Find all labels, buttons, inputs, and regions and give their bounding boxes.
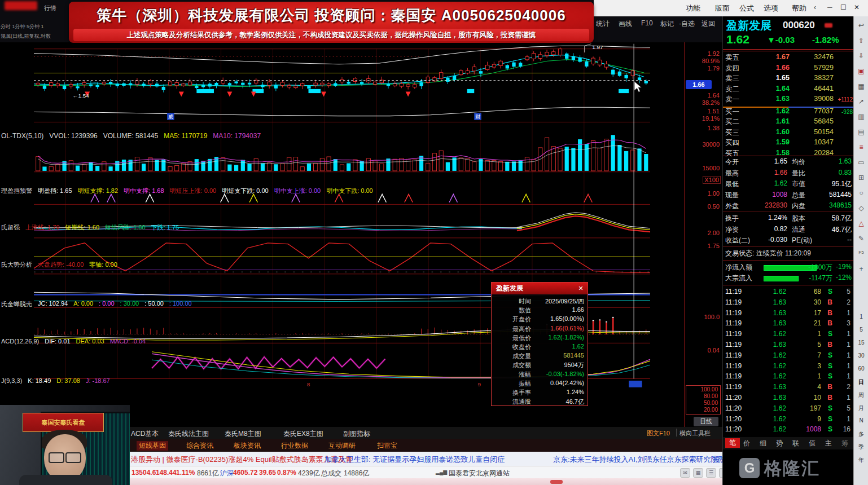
- menu-item-2[interactable]: 公式: [739, 3, 754, 14]
- order-row[interactable]: 卖四1.6657929: [723, 64, 854, 74]
- period-5[interactable]: 5: [854, 327, 868, 333]
- panel-tab-主[interactable]: 主: [825, 439, 832, 448]
- window-icon[interactable]: ⊞: [854, 174, 868, 182]
- kline-icon[interactable]: ▥: [854, 113, 868, 121]
- menu-item-1[interactable]: 版面: [715, 3, 730, 14]
- tab-副图指标[interactable]: 副图指标: [343, 429, 370, 439]
- ob-volume: 10347: [814, 138, 834, 146]
- period-60[interactable]: 60: [854, 365, 868, 372]
- menu-quotes[interactable]: 行情: [44, 4, 56, 12]
- panel-tab-值[interactable]: 值: [809, 439, 816, 448]
- svg-text:9: 9: [477, 381, 481, 387]
- period-row-text: 分时 1分钟 5分钟 1: [1, 23, 44, 30]
- diamond-icon[interactable]: ◇: [854, 204, 868, 212]
- period-季[interactable]: 季: [854, 443, 868, 451]
- order-row[interactable]: 卖二1.6446441: [723, 85, 854, 95]
- label-row-p5: 氏大势分析大盘趋势: -40.00零轴: 0.00: [1, 261, 117, 269]
- tick-time: 11:19: [725, 372, 742, 380]
- period-1[interactable]: 1: [854, 314, 868, 320]
- tick-row: 11:191.6330B2: [723, 298, 854, 308]
- order-row[interactable]: 卖三1.6538327: [723, 74, 854, 84]
- tab-短线基因[interactable]: 短线基因: [137, 441, 168, 451]
- panel-tab-细[interactable]: 细: [760, 439, 766, 448]
- tab-扫雷宝[interactable]: 扫雷宝: [377, 441, 397, 451]
- draw-icon[interactable]: ✎: [854, 235, 868, 242]
- toolbar-·自选[interactable]: ·自选: [679, 19, 695, 29]
- stat-value: 95.1亿: [832, 179, 852, 189]
- order-row[interactable]: 买二1.6156845: [723, 117, 854, 127]
- page-icon[interactable]: ▭: [854, 158, 868, 166]
- toolbar-返回[interactable]: 返回: [702, 19, 715, 29]
- period-15[interactable]: 15: [854, 340, 868, 346]
- panel-tab-势[interactable]: 势: [776, 439, 783, 448]
- panel-tab-价[interactable]: 价: [743, 439, 750, 448]
- tab-行业数据[interactable]: 行业数据: [281, 441, 308, 451]
- plus-icon[interactable]: +: [854, 265, 868, 273]
- toolbar-统计[interactable]: 统计: [596, 19, 610, 29]
- mail-icon[interactable]: ✉: [680, 468, 690, 478]
- order-row[interactable]: 买一1.6277037-928: [723, 107, 854, 117]
- tab-图文F10[interactable]: 图文F10: [647, 429, 670, 438]
- arrow-down-icon[interactable]: ⇩: [854, 52, 868, 60]
- censored-logo: [5, 1, 37, 10]
- back-nav-icon[interactable]: ‹: [814, 3, 816, 11]
- close-icon[interactable]: ✕: [576, 284, 585, 293]
- tick-row: 11:191.6321B3: [723, 319, 854, 329]
- back-icon[interactable]: ↩: [854, 21, 868, 29]
- order-row[interactable]: 卖一1.6339008+1112: [723, 95, 854, 105]
- toolbar-画线[interactable]: 画线: [619, 19, 632, 29]
- tab-互动调研[interactable]: 互动调研: [328, 441, 356, 451]
- panel-tab-联[interactable]: 联: [792, 439, 799, 448]
- grid-icon[interactable]: ▦: [854, 82, 868, 90]
- close-icon[interactable]: ✕: [854, 3, 860, 11]
- trend-icon[interactable]: ↗: [854, 98, 868, 105]
- menu-item-0[interactable]: 功能: [686, 3, 700, 14]
- order-row[interactable]: 买三1.6050154: [723, 128, 854, 138]
- period-30[interactable]: 30: [854, 352, 868, 359]
- refresh-f5-icon[interactable]: F5: [854, 250, 868, 255]
- period-月[interactable]: 月: [854, 404, 868, 412]
- menu-item-4[interactable]: 帮助: [792, 3, 806, 14]
- menu-item-3[interactable]: 选项: [764, 3, 778, 14]
- tab-ACD基本[interactable]: ACD基本: [131, 429, 159, 439]
- stock-code: 000620: [783, 20, 815, 31]
- tick-row: 11:191.621S1: [723, 372, 854, 382]
- tick-price: 1.63: [773, 319, 786, 327]
- tab-秦氏线法主图[interactable]: 秦氏线法主图: [168, 429, 209, 439]
- period-button[interactable]: 日线: [694, 417, 718, 426]
- panel-tab-笔[interactable]: 笔: [725, 438, 740, 448]
- arrow-up-icon[interactable]: ⇧: [854, 37, 868, 45]
- tick-row: 11:191.635B1: [723, 341, 854, 351]
- tick-row: 11:191.634B2: [723, 383, 854, 393]
- period-N[interactable]: N: [854, 417, 868, 424]
- order-row[interactable]: 卖五1.6732476: [723, 53, 854, 63]
- marker-icon[interactable]: ▣: [854, 67, 868, 75]
- apps-icon[interactable]: ▦: [693, 468, 703, 478]
- toolbar-标记[interactable]: 标记: [660, 19, 674, 29]
- axis-label: 80.9%: [702, 58, 720, 64]
- period-多[interactable]: 多: [854, 430, 868, 438]
- toolbar-F10[interactable]: F10: [641, 19, 653, 27]
- label-seg: J: -18.67: [86, 377, 110, 384]
- tab-秦氏M8主图[interactable]: 秦氏M8主图: [225, 429, 261, 439]
- maximize-icon[interactable]: ☐: [840, 3, 847, 11]
- tab-综合资讯[interactable]: 综合资讯: [186, 441, 213, 451]
- minimize-icon[interactable]: ─: [827, 3, 832, 11]
- ob-label: 卖一: [725, 95, 739, 104]
- period-周[interactable]: 周: [854, 391, 868, 399]
- period-日[interactable]: 日: [854, 378, 868, 386]
- chart-mode-text: 规属(日线,前复权,对数: [1, 33, 51, 40]
- stock-name[interactable]: 盈新发展: [726, 18, 771, 33]
- chat-icon[interactable]: ☰: [706, 468, 716, 478]
- tab-板块资讯[interactable]: 板块资讯: [234, 441, 261, 451]
- triangle-icon[interactable]: △: [854, 219, 868, 227]
- broker-name: 国泰君安北京网通站: [449, 469, 510, 478]
- order-row[interactable]: 买四1.5910347: [723, 138, 854, 148]
- board-icon[interactable]: ▤: [854, 128, 868, 136]
- list-icon[interactable]: ≡: [854, 143, 868, 151]
- tab-横向工具栏[interactable]: 横向工具栏: [680, 429, 711, 438]
- axis-label: X100: [703, 176, 721, 184]
- circle-icon[interactable]: ○: [854, 189, 868, 197]
- panel-tab-筹[interactable]: 筹: [841, 439, 848, 448]
- tab-秦氏EX8主图[interactable]: 秦氏EX8主图: [283, 429, 323, 439]
